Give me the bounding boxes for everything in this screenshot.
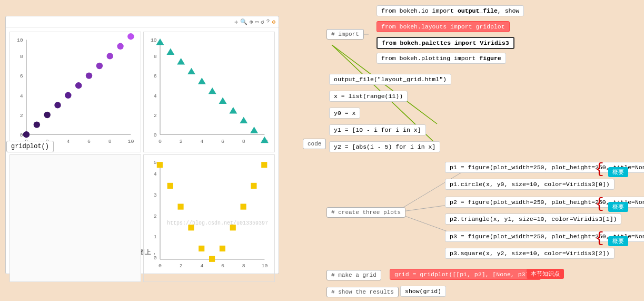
svg-text:0: 0 xyxy=(154,132,157,138)
brace-p1: { xyxy=(595,162,604,177)
badge-gaishu-1: 概要 xyxy=(608,167,628,177)
plots-grid: 0 2 4 6 8 10 0 2 4 6 8 10 xyxy=(6,28,279,243)
svg-point-19 xyxy=(75,82,82,89)
p1-circle-code: p1.circle(x, y0, size=10, color=Viridis3… xyxy=(445,179,615,190)
plot-none xyxy=(9,154,141,282)
svg-text:6: 6 xyxy=(87,139,91,144)
svg-point-20 xyxy=(86,72,92,79)
svg-point-17 xyxy=(54,102,61,108)
svg-point-23 xyxy=(117,43,123,50)
settings-icon[interactable]: ⚙ xyxy=(272,18,275,25)
import-label: # import xyxy=(326,29,364,40)
svg-text:2: 2 xyxy=(154,213,157,219)
svg-text:4: 4 xyxy=(200,139,203,144)
svg-text:2: 2 xyxy=(20,113,23,119)
badge-zhishidian: 本节知识点 xyxy=(527,269,564,279)
svg-text:5: 5 xyxy=(154,160,157,166)
svg-rect-74 xyxy=(261,162,267,168)
svg-point-14 xyxy=(23,131,29,138)
svg-text:2: 2 xyxy=(180,263,183,269)
help-icon[interactable]: ? xyxy=(266,18,270,25)
grid-code: grid = gridplot([[p1, p2], [None, p3]]) xyxy=(390,269,541,280)
import1-code: from bokeh.io import output_file, show xyxy=(377,5,524,16)
right-panel: # import from bokeh.io import output_fil… xyxy=(284,3,642,300)
svg-marker-47 xyxy=(240,117,247,123)
y0-code: y0 = x xyxy=(329,108,360,119)
svg-point-16 xyxy=(44,112,50,118)
svg-text:10: 10 xyxy=(127,139,134,144)
p2-triangle-code: p2.triangle(x, y1, size=10, color=Viridi… xyxy=(445,213,621,225)
svg-text:0: 0 xyxy=(158,139,162,144)
import4-code: from bokeh.plotting import figure xyxy=(377,53,506,64)
badge-gaishu-2: 概要 xyxy=(608,202,628,212)
svg-text:2: 2 xyxy=(154,113,157,119)
svg-text:10: 10 xyxy=(261,263,267,269)
svg-rect-68 xyxy=(199,246,204,251)
svg-rect-66 xyxy=(177,204,183,210)
svg-rect-70 xyxy=(220,246,225,251)
toolbar[interactable]: ✛ 🔍 ⊕ ▭ ↺ ? ⚙ xyxy=(6,16,279,28)
svg-rect-72 xyxy=(241,204,246,210)
svg-text:6: 6 xyxy=(221,263,224,269)
brace-p2: { xyxy=(595,197,604,211)
svg-marker-40 xyxy=(166,48,174,55)
svg-text:0: 0 xyxy=(158,263,162,269)
zoom-icon[interactable]: 🔍 xyxy=(240,18,247,25)
svg-text:1: 1 xyxy=(154,234,157,240)
create-label: # create three plots xyxy=(326,207,405,218)
import3-code: from bokeh.palettes import Viridis3 xyxy=(377,37,514,49)
svg-text:4: 4 xyxy=(20,93,23,99)
p3-square-code: p3.square(x, y2, size=10, color=Viridis3… xyxy=(445,248,615,259)
svg-point-18 xyxy=(65,92,71,99)
svg-text:8: 8 xyxy=(242,263,245,269)
zoom-fit-icon[interactable]: ⊕ xyxy=(250,18,253,25)
plot-p2: 0 2 4 6 8 10 0 2 4 6 8 10 xyxy=(143,32,275,152)
plot-p1: 0 2 4 6 8 10 0 2 4 6 8 10 xyxy=(9,32,141,152)
svg-text:0: 0 xyxy=(20,132,23,138)
svg-text:8: 8 xyxy=(108,139,112,144)
svg-point-24 xyxy=(127,33,134,40)
code-label: code xyxy=(303,139,326,149)
show-label: # show the results xyxy=(326,287,399,297)
reset-icon[interactable]: ↺ xyxy=(261,18,264,25)
svg-text:10: 10 xyxy=(17,37,23,43)
svg-point-15 xyxy=(34,121,40,128)
svg-text:6: 6 xyxy=(20,73,23,79)
svg-text:8: 8 xyxy=(242,139,245,144)
y2-code: y2 = [abs(i - 5) for i in x] xyxy=(329,141,440,152)
svg-marker-43 xyxy=(198,77,206,84)
svg-text:4: 4 xyxy=(154,171,157,177)
svg-text:3: 3 xyxy=(154,192,157,198)
svg-marker-39 xyxy=(156,38,164,45)
watermark: https://blog.csdn.net/u013359397 xyxy=(167,220,268,226)
svg-marker-46 xyxy=(229,107,237,113)
svg-rect-69 xyxy=(209,256,215,262)
svg-text:8: 8 xyxy=(20,54,23,60)
svg-text:4: 4 xyxy=(200,263,203,269)
svg-marker-48 xyxy=(250,127,258,133)
y1-code: y1 = [10 - i for i in x] xyxy=(329,124,426,135)
svg-point-21 xyxy=(96,63,103,69)
svg-text:2: 2 xyxy=(180,139,183,144)
svg-marker-45 xyxy=(219,98,227,104)
svg-text:6: 6 xyxy=(221,139,224,144)
svg-text:4: 4 xyxy=(66,139,70,144)
svg-marker-41 xyxy=(177,58,185,64)
grid-label: # make a grid xyxy=(326,270,381,280)
svg-text:0: 0 xyxy=(154,255,157,261)
move-icon[interactable]: ✛ xyxy=(234,18,238,25)
import2-code: from bokeh.layouts import gridplot xyxy=(377,21,510,32)
x-list-code: x = list(range(11)) xyxy=(329,91,408,102)
svg-rect-65 xyxy=(167,183,173,189)
svg-rect-64 xyxy=(157,162,163,168)
svg-rect-73 xyxy=(251,183,256,189)
brace-p3: { xyxy=(595,231,604,246)
svg-marker-42 xyxy=(187,68,195,74)
box-icon[interactable]: ▭ xyxy=(255,18,259,25)
output-file-code: output_file("layout_grid.html") xyxy=(329,74,451,85)
plot-p3: 0 2 4 6 8 10 0 1 2 3 4 5 xyxy=(143,154,275,282)
svg-text:4: 4 xyxy=(154,93,157,99)
show-code: show(grid) xyxy=(400,286,446,297)
svg-text:6: 6 xyxy=(154,73,157,79)
svg-marker-44 xyxy=(209,88,216,94)
